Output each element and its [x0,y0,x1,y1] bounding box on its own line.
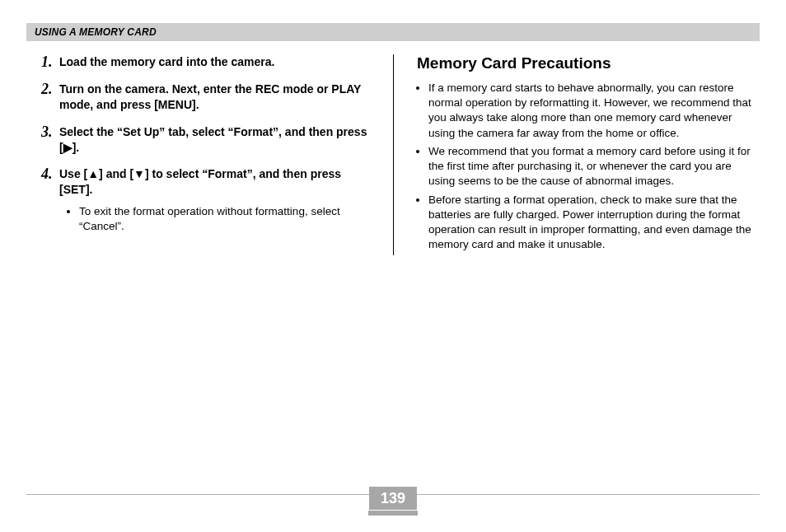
page-number-shadow [368,511,418,516]
step-item: 3. Select the “Set Up” tab, select “Form… [41,124,373,156]
step-number: 2. [41,79,53,99]
precautions-item: If a memory card starts to behave abnorm… [428,81,751,141]
step-item: 1. Load the memory card into the camera. [41,54,373,70]
left-column: 1. Load the memory card into the camera.… [26,54,393,255]
two-column-layout: 1. Load the memory card into the camera.… [26,54,760,255]
step-number: 3. [41,122,53,142]
precautions-item: We recommend that you format a memory ca… [428,144,751,189]
right-column: Memory Card Precautions If a memory card… [393,54,760,255]
step-text: Load the memory card into the camera. [59,55,274,68]
section-header-text: USING A MEMORY CARD [35,26,157,38]
step-item: 2. Turn on the camera. Next, enter the R… [41,82,373,113]
page-footer: 139 [26,483,760,507]
steps-list: 1. Load the memory card into the camera.… [41,54,373,235]
step-number: 4. [41,164,53,184]
step-number: 1. [41,52,53,72]
precautions-item: Before starting a format operation, chec… [428,193,751,253]
page-number-box: 139 [369,487,417,510]
precautions-list: If a memory card starts to behave abnorm… [417,81,751,252]
step-sublist-item: To exit the format operation without for… [79,204,373,234]
page-number: 139 [381,490,405,507]
step-sublist: To exit the format operation without for… [68,204,373,234]
step-text: Turn on the camera. Next, enter the REC … [59,82,361,111]
step-text: Select the “Set Up” tab, select “Format”… [59,125,367,154]
section-header-bar: USING A MEMORY CARD [26,23,760,41]
step-item: 4. Use [▲] and [▼] to select “Format”, a… [41,166,373,234]
step-text: Use [▲] and [▼] to select “Format”, and … [59,167,341,196]
precautions-heading: Memory Card Precautions [417,54,751,72]
